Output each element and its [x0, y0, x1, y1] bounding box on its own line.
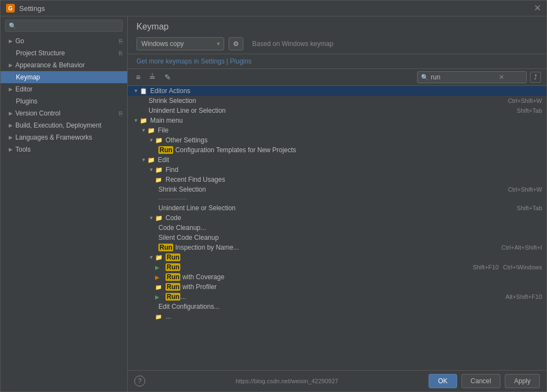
shrink-selection-2-shortcut: Ctrl+Shift+W — [508, 186, 542, 193]
run-inspection-label: Run Inspection by Name... — [158, 244, 502, 251]
plugins-link[interactable]: Plugins — [230, 57, 252, 65]
find-group[interactable]: ▼ 📁 Find — [128, 165, 546, 175]
keymap-label: Keymap — [16, 73, 123, 81]
shrink-selection-2-item[interactable]: Shrink Selection Ctrl+Shift+W — [128, 185, 546, 194]
keymap-tree[interactable]: ▼ 📋 Editor Actions Shrink Selection Ctrl… — [128, 86, 546, 370]
unindent-line-2-shortcut: Shift+Tab — [517, 205, 542, 211]
languages-frameworks-label: Languages & Frameworks — [15, 134, 123, 141]
file-icon: 📁 — [147, 127, 156, 134]
run-highlight-2: Run — [158, 244, 173, 251]
run-item-label: Run — [166, 263, 472, 271]
run-group-label: Run — [166, 253, 546, 261]
other-settings-arrow: ▼ — [147, 137, 155, 143]
editor-label: Editor — [15, 85, 123, 93]
main-menu-arrow: ▼ — [132, 118, 140, 123]
unindent-line-item[interactable]: Unindent Line or Selection Shift+Tab — [128, 106, 546, 116]
run-profiler-item[interactable]: 📁 Run with Profiler — [128, 282, 546, 292]
divider-label: ------------- — [158, 195, 187, 203]
tools-label: Tools — [15, 146, 123, 153]
search-clear-icon[interactable]: ✕ — [499, 73, 504, 81]
main-menu-icon: 📁 — [140, 117, 149, 124]
editor-arrow-icon: ▶ — [9, 87, 13, 92]
more-items-item[interactable]: 📁 ... — [128, 312, 546, 321]
keymap-search-icon: 🔍 — [421, 74, 429, 81]
version-control-arrow-icon: ▶ — [9, 111, 13, 116]
tools-arrow-icon: ▶ — [9, 147, 13, 152]
sidebar-item-go[interactable]: ▶ Go ⎘ — [1, 35, 127, 47]
editor-actions-group[interactable]: ▼ 📋 Editor Actions — [128, 86, 546, 96]
main-menu-label: Main menu — [150, 117, 546, 124]
sidebar-item-appearance-behavior[interactable]: ▶ Appearance & Behavior — [1, 59, 127, 71]
ok-button[interactable]: OK — [429, 374, 457, 388]
run-config-templates-item[interactable]: Run Configuration Templates for New Proj… — [128, 145, 546, 155]
sidebar-item-tools[interactable]: ▶ Tools — [1, 143, 127, 155]
run-highlight-group: Run — [166, 253, 180, 261]
run-highlight-1: Run — [158, 146, 173, 154]
shrink-selection-shortcut: Ctrl+Shift+W — [508, 97, 542, 104]
run-coverage-item[interactable]: ▶ Run with Coverage — [128, 272, 546, 282]
sidebar: 🔍 ▶ Go ⎘ Project Structure ⎘ ▶ Appearanc… — [1, 16, 128, 391]
run-group[interactable]: ▼ 📁 Run — [128, 252, 546, 262]
sidebar-item-keymap[interactable]: Keymap — [1, 71, 127, 83]
keymap-search-bar[interactable]: 🔍 ✕ — [417, 71, 527, 83]
help-button[interactable]: ? — [134, 376, 145, 387]
keymap-select[interactable]: Windows copy Default Mac OS X Eclipse — [136, 37, 224, 50]
find-prev-button[interactable]: ⤴ — [530, 72, 541, 83]
expand-all-button[interactable]: ≡ — [133, 71, 143, 83]
keymap-search-input[interactable] — [431, 73, 497, 81]
sidebar-item-languages-frameworks[interactable]: ▶ Languages & Frameworks — [1, 131, 127, 143]
other-settings-group[interactable]: ▼ 📁 Other Settings — [128, 135, 546, 145]
sidebar-item-version-control[interactable]: ▶ Version Control ⎘ — [1, 107, 127, 119]
close-button[interactable]: ✕ — [534, 4, 541, 13]
sidebar-search-icon: 🔍 — [9, 22, 16, 30]
code-group[interactable]: ▼ 📁 Code — [128, 213, 546, 223]
content-area: 🔍 ▶ Go ⎘ Project Structure ⎘ ▶ Appearanc… — [1, 16, 546, 391]
unindent-line-2-item[interactable]: Unindent Line or Selection Shift+Tab — [128, 203, 546, 213]
editor-actions-label: Editor Actions — [150, 87, 546, 95]
code-arrow: ▼ — [147, 215, 155, 221]
sidebar-search[interactable]: 🔍 — [5, 20, 123, 32]
project-structure-label: Project Structure — [16, 49, 116, 57]
run-dots-label: Run... — [166, 293, 505, 301]
go-copy-icon: ⎘ — [119, 38, 123, 44]
edit-group[interactable]: ▼ 📁 Edit — [128, 155, 546, 165]
sidebar-item-build-execution[interactable]: ▶ Build, Execution, Deployment — [1, 119, 127, 131]
sidebar-search-input[interactable] — [19, 22, 119, 30]
project-structure-copy-icon: ⎘ — [119, 50, 123, 56]
appearance-arrow-icon: ▶ — [9, 62, 13, 68]
other-settings-icon: 📁 — [155, 137, 164, 144]
sidebar-item-project-structure[interactable]: Project Structure ⎘ — [1, 47, 127, 59]
shrink-selection-item[interactable]: Shrink Selection Ctrl+Shift+W — [128, 96, 546, 106]
file-group[interactable]: ▼ 📁 File — [128, 125, 546, 135]
silent-code-cleanup-item[interactable]: Silent Code Cleanup — [128, 233, 546, 243]
main-menu-group[interactable]: ▼ 📁 Main menu — [128, 116, 546, 125]
get-more-link: Get more keymaps in Settings | Plugins — [128, 54, 546, 69]
file-arrow: ▼ — [140, 128, 147, 133]
get-more-settings-link[interactable]: Get more keymaps in Settings — [136, 57, 225, 65]
run-item[interactable]: ▶ Run Shift+F10 Ctrl+\Windows — [128, 262, 546, 272]
run-dots-item[interactable]: ▶ Run... Alt+Shift+F10 — [128, 292, 546, 302]
unindent-line-label: Unindent Line or Selection — [149, 107, 517, 114]
run-dots-shortcut: Alt+Shift+F10 — [505, 293, 542, 300]
more-items-icon: 📁 — [155, 314, 164, 320]
recent-find-usages-item[interactable]: 📁 Recent Find Usages — [128, 175, 546, 185]
apply-button[interactable]: Apply — [505, 374, 540, 388]
code-cleanup-item[interactable]: Code Cleanup... — [128, 223, 546, 233]
keymap-gear-button[interactable]: ⚙ — [229, 37, 243, 50]
sidebar-item-plugins[interactable]: Plugins — [1, 95, 127, 107]
titlebar: G Settings ✕ — [1, 1, 546, 16]
edit-configurations-item[interactable]: Edit Configurations... — [128, 302, 546, 312]
collapse-all-button[interactable]: ≟ — [146, 71, 158, 83]
run-inspection-by-name-item[interactable]: Run Inspection by Name... Ctrl+Alt+Shift… — [128, 243, 546, 252]
version-control-copy-icon: ⎘ — [119, 110, 123, 117]
go-arrow-icon: ▶ — [9, 38, 13, 44]
find-label: Find — [166, 166, 546, 174]
cancel-button[interactable]: Cancel — [461, 374, 500, 388]
shrink-selection-2-label: Shrink Selection — [158, 186, 508, 193]
run-shortcut2: Ctrl+\Windows — [503, 264, 542, 270]
file-label: File — [158, 126, 546, 134]
keymap-select-wrapper[interactable]: Windows copy Default Mac OS X Eclipse ▼ — [136, 37, 224, 50]
edit-shortcut-button[interactable]: ✎ — [162, 71, 174, 83]
sidebar-item-editor[interactable]: ▶ Editor — [1, 83, 127, 95]
divider-item: ------------- — [128, 194, 546, 203]
